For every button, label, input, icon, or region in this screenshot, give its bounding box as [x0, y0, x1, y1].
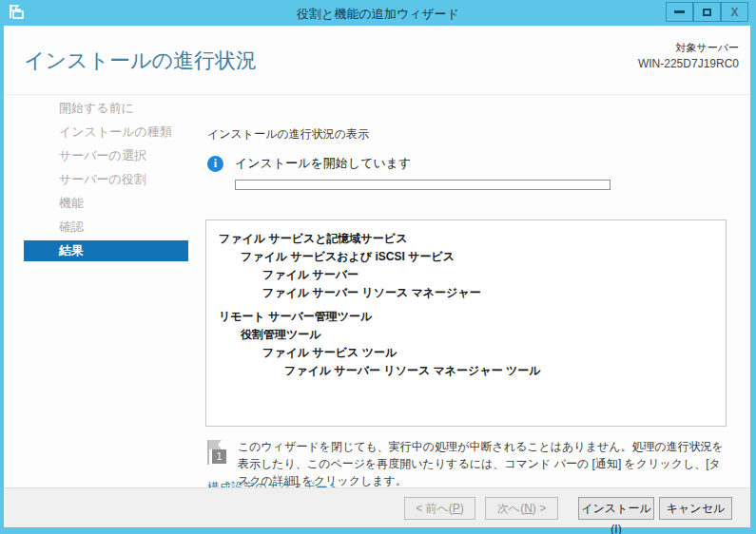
nav-item-server-roles[interactable]: サーバーの役割: [24, 167, 188, 191]
status-message: インストールを開始しています: [235, 155, 411, 172]
installed-features-box: ファイル サービスと記憶域サービス ファイル サービスおよび iSCSI サービ…: [205, 219, 727, 427]
nav-item-installation-type[interactable]: インストールの種類: [24, 120, 188, 143]
install-progress-bar: [235, 180, 611, 190]
page-title: インストールの進行状況: [24, 47, 257, 75]
feature-tree: ファイル サービスと記憶域サービス ファイル サービスおよび iSCSI サービ…: [206, 220, 726, 380]
wizard-window: 役割と機能の追加ウィザード X インストールの進行状況 対象サーバー WIN-2…: [0, 0, 756, 534]
window-title: 役割と機能の追加ウィザード: [0, 6, 756, 23]
header: インストールの進行状況 対象サーバー WIN-225D7J19RC0: [4, 26, 750, 95]
info-icon: i: [207, 156, 223, 172]
maximize-icon[interactable]: [693, 2, 721, 22]
feature-item: ファイル サーバー: [206, 266, 726, 284]
previous-button[interactable]: < 前へ(P): [404, 497, 475, 520]
nav-item-confirmation[interactable]: 確認: [24, 215, 188, 238]
feature-item: ファイル サービス ツール: [206, 344, 726, 362]
feature-item: 役割管理ツール: [206, 326, 726, 344]
notification-flag-icon: 1: [205, 438, 228, 467]
nav-item-results[interactable]: 結果: [24, 240, 188, 261]
target-server-name: WIN-225D7J19RC0: [638, 57, 739, 70]
feature-item: ファイル サーバー リソース マネージャー ツール: [206, 362, 726, 380]
main-content: インストールの進行状況の表示 i インストールを開始しています ファイル サービ…: [204, 96, 736, 487]
notification-badge: 1: [212, 449, 226, 464]
nav-item-server-selection[interactable]: サーバーの選択: [24, 143, 188, 167]
feature-item: リモート サーバー管理ツール: [206, 308, 726, 326]
feature-item: ファイル サーバー リソース マネージャー: [206, 284, 726, 302]
nav-item-before-you-begin[interactable]: 開始する前に: [24, 96, 188, 120]
client-area: インストールの進行状況 対象サーバー WIN-225D7J19RC0 開始する前…: [4, 26, 750, 527]
install-button[interactable]: インストール(I): [578, 497, 654, 520]
close-icon[interactable]: X: [721, 2, 748, 22]
nav-item-features[interactable]: 機能: [24, 191, 188, 215]
status-row: i インストールを開始しています: [207, 155, 411, 172]
feature-item: ファイル サービスと記憶域サービス: [206, 230, 726, 248]
next-button[interactable]: 次へ(N) >: [485, 497, 558, 520]
cancel-button[interactable]: キャンセル: [659, 497, 732, 520]
target-server: 対象サーバー WIN-225D7J19RC0: [638, 41, 739, 70]
wizard-steps-nav: 開始する前に インストールの種類 サーバーの選択 サーバーの役割 機能 確認 結…: [4, 96, 204, 487]
titlebar[interactable]: 役割と機能の追加ウィザード X: [0, 0, 756, 26]
feature-item: ファイル サービスおよび iSCSI サービス: [206, 248, 726, 266]
footer: < 前へ(P) 次へ(N) > インストール(I) キャンセル: [4, 487, 750, 527]
target-server-label: 対象サーバー: [638, 41, 739, 55]
section-label: インストールの進行状況の表示: [207, 126, 369, 143]
minimize-icon[interactable]: [666, 2, 693, 22]
